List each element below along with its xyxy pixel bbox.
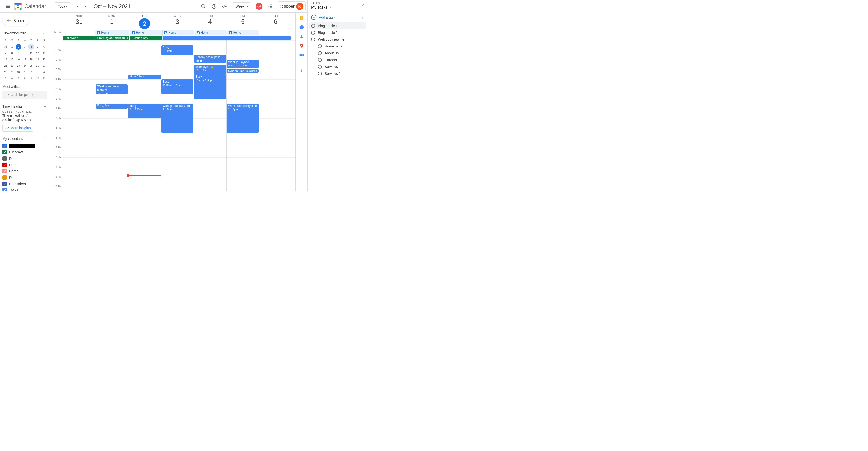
allday-column[interactable]: Home — [162, 30, 195, 40]
next-week-button[interactable] — [82, 2, 89, 10]
mini-cal-day[interactable]: 11 — [41, 76, 47, 81]
day-header[interactable]: SAT6 — [259, 13, 292, 30]
mini-cal-day[interactable]: 26 — [35, 63, 41, 69]
calendar-event[interactable]: Busy, 2pm — [96, 104, 128, 109]
mini-cal-day[interactable]: 6 — [9, 76, 15, 81]
allday-column[interactable]: Home — [195, 30, 227, 40]
mini-cal-day[interactable]: 2 — [16, 44, 22, 50]
tasks-options-button[interactable] — [360, 15, 365, 20]
mini-cal-day[interactable]: 2 — [28, 69, 34, 75]
mini-cal-day[interactable]: 27 — [41, 63, 47, 69]
tasks-app-icon[interactable] — [299, 25, 304, 30]
task-complete-radio[interactable] — [318, 72, 322, 76]
mini-cal-next[interactable] — [40, 30, 46, 36]
mini-cal-day[interactable]: 16 — [16, 56, 22, 62]
clockify-button[interactable] — [256, 3, 262, 10]
support-button[interactable]: ? — [209, 1, 219, 11]
day-header[interactable]: WED3 — [161, 13, 194, 30]
task-item[interactable]: Home page — [309, 43, 366, 50]
user-avatar[interactable]: K — [296, 3, 303, 10]
view-select[interactable]: Week — [232, 2, 251, 10]
add-addon-button[interactable] — [299, 68, 304, 73]
mini-cal-day[interactable]: 5 — [35, 44, 41, 50]
allday-column[interactable]: HomeElection Day — [130, 30, 162, 40]
multiday-event[interactable] — [227, 35, 260, 40]
calendar-event[interactable]: Busy11:30am – 1pm — [161, 79, 193, 94]
day-header[interactable]: TUE2 — [128, 13, 161, 30]
task-item[interactable]: Services 2 — [309, 70, 366, 77]
calendar-item[interactable]: Demo — [2, 169, 47, 173]
my-calendars-toggle[interactable]: My calendars — [2, 135, 47, 142]
mini-cal-day[interactable]: 4 — [41, 69, 47, 75]
calendar-item[interactable]: Demo — [2, 175, 47, 180]
zoom-app-icon[interactable] — [299, 53, 304, 57]
day-column[interactable]: Busy8 – 9amBusy11:30am – 1pmWork product… — [161, 40, 194, 191]
calendar-checkbox[interactable] — [2, 150, 7, 154]
mini-cal-day[interactable]: 4 — [28, 44, 34, 50]
mini-cal-day[interactable]: 24 — [22, 63, 28, 69]
create-button[interactable]: Create — [2, 15, 29, 26]
task-more-button[interactable] — [361, 24, 365, 28]
calendar-item[interactable]: Reminders — [2, 182, 47, 186]
task-complete-radio[interactable] — [318, 65, 322, 69]
day-header[interactable]: FRI5 — [226, 13, 259, 30]
copper-extension[interactable]: :copper K — [278, 1, 306, 11]
mini-cal-day[interactable]: 17 — [22, 56, 28, 62]
task-item[interactable]: Blog article 2 — [309, 29, 366, 36]
tasks-list-select[interactable]: My Tasks — [311, 5, 365, 9]
calendar-checkbox[interactable] — [2, 144, 7, 148]
task-complete-radio[interactable] — [318, 51, 322, 55]
calendar-event[interactable]: Weekly marketing team m12 – 1pm — [96, 84, 128, 94]
calendar-event[interactable]: Sync on Small Business Sa — [227, 69, 259, 73]
mini-cal-day[interactable]: 15 — [9, 56, 15, 62]
working-location-chip[interactable]: Home — [227, 30, 259, 35]
working-location-chip[interactable]: Home — [130, 30, 162, 35]
allday-column[interactable]: Home — [227, 30, 259, 40]
calendar-event[interactable]: Busy11am – 1:30pm — [194, 75, 226, 99]
mini-cal-day[interactable]: 20 — [41, 56, 47, 62]
mini-cal-day[interactable]: 10 — [22, 50, 28, 56]
calendar-event[interactable]: Busy8 – 9am — [161, 45, 193, 55]
search-button[interactable] — [198, 1, 208, 11]
calendar-event[interactable]: Work productivity time2 – 5pm — [161, 104, 193, 133]
mini-cal-day[interactable]: 28 — [3, 69, 8, 75]
day-header[interactable]: MON1 — [96, 13, 128, 30]
main-menu-button[interactable] — [2, 0, 13, 12]
day-column[interactable]: Holiday social post brains9 – 9:45amTeam… — [194, 40, 226, 191]
add-task-button[interactable]: Add a task — [311, 15, 335, 20]
day-column[interactable] — [259, 40, 292, 191]
day-column[interactable]: Busy, 11amBusy2 – 3:30pm — [128, 40, 161, 191]
contacts-app-icon[interactable] — [299, 34, 304, 39]
task-item[interactable]: About Us — [309, 50, 366, 56]
calendar-event[interactable]: Busy2 – 3:30pm — [128, 104, 161, 118]
allday-event[interactable]: Election Day — [130, 35, 162, 40]
tasks-close-button[interactable] — [361, 2, 365, 7]
mini-cal-day[interactable]: 5 — [3, 76, 8, 81]
multiday-event[interactable] — [195, 35, 228, 40]
task-complete-radio[interactable] — [311, 31, 315, 35]
mini-cal-day[interactable]: 1 — [22, 69, 28, 75]
task-complete-radio[interactable] — [311, 24, 315, 28]
working-location-chip[interactable]: Home — [95, 30, 129, 35]
multiday-event[interactable] — [162, 35, 195, 40]
mini-cal-day[interactable]: 11 — [28, 50, 34, 56]
task-item[interactable]: Blog article 1 — [309, 22, 366, 29]
task-complete-radio[interactable] — [318, 58, 322, 62]
calendar-checkbox[interactable] — [2, 182, 7, 186]
task-item[interactable]: Services 1 — [309, 63, 366, 70]
mini-cal-day[interactable]: 3 — [35, 69, 41, 75]
multiday-event[interactable] — [260, 35, 292, 40]
mini-cal-day[interactable]: 22 — [9, 63, 15, 69]
today-button[interactable]: Today — [55, 2, 70, 10]
task-item[interactable]: Web copy rewrite — [309, 36, 366, 43]
mini-calendar[interactable]: SMTWTFS311234567891011121314151617181920… — [2, 37, 47, 81]
mini-cal-day[interactable]: 3 — [22, 44, 28, 50]
calendar-event[interactable]: Busy, 11am — [128, 75, 161, 79]
calendar-logo[interactable]: 2 Calendar — [13, 2, 46, 11]
mini-cal-day[interactable]: 6 — [41, 44, 47, 50]
allday-column[interactable]: HomeFirst Day of American In — [95, 30, 130, 40]
mini-cal-day[interactable]: 12 — [35, 50, 41, 56]
calendar-event[interactable]: Holiday social post brains9 – 9:45am — [194, 55, 226, 63]
prev-week-button[interactable] — [74, 2, 82, 10]
task-complete-radio[interactable] — [311, 37, 315, 41]
